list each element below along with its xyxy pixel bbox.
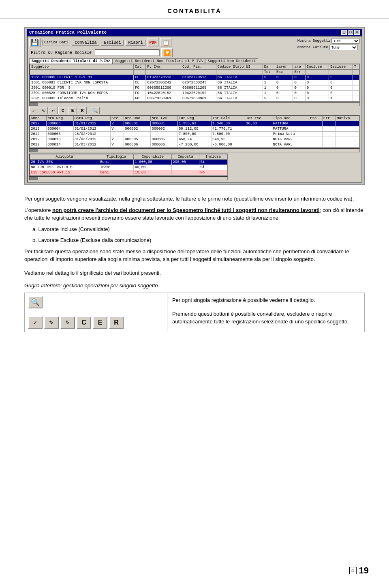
- table-row[interactable]: 2012 000006 28/02/2012 7.800,00 7.800,00…: [30, 132, 359, 137]
- riapri-button[interactable]: Riapri: [125, 40, 145, 46]
- soggetti-grid-container: Soggetto Cat P. Iva Cod. Fis. Codice Sta…: [29, 64, 360, 102]
- iva-grid-container: Aliquota Tipologia Imponibile Imposta In…: [29, 154, 228, 176]
- window-titlebar: Creazione Pratica Polivalente _ □ ✕: [27, 29, 362, 36]
- table-row[interactable]: 2012 000004 31/01/2012 V 000002 000002 5…: [30, 126, 359, 132]
- scroll-thumb-3: [30, 177, 38, 180]
- e-icon-box: E: [93, 316, 107, 329]
- mostra-soggetti-select[interactable]: Tutti: [331, 38, 360, 44]
- page-number: 19: [359, 565, 369, 576]
- col-lavor: lavor: [275, 64, 293, 70]
- tabs-row: Soggetti Residenti Titolari di P.IVA Sog…: [29, 58, 360, 64]
- iva-table: Aliquota Tipologia Imponibile Imposta In…: [30, 154, 227, 175]
- detail-icon-row: 🔍: [28, 296, 164, 308]
- magnifier-icon: 🔍: [31, 298, 40, 307]
- edit-button[interactable]: ✎: [39, 107, 48, 114]
- col-codice-stato: Codice Stato UI: [216, 64, 263, 70]
- right-text-1: Per ogni singola registrazione è possibi…: [172, 296, 359, 304]
- table-row[interactable]: 2012 000003 31/01/2012 V 000001 000001 1…: [30, 121, 359, 126]
- body-text-section: Per ogni soggetto vengono visualizzate, …: [24, 195, 365, 263]
- convalida-button[interactable]: Convalida: [72, 40, 99, 46]
- carica-dati-label: Carica Dati: [42, 40, 70, 45]
- minimize-button[interactable]: _: [341, 30, 347, 35]
- mostra-panel: Mostra Soggetti Tutti Mostra Fatture Tut…: [297, 38, 360, 50]
- col-escluse: Escluse: [329, 64, 353, 70]
- mostra-fatture-select[interactable]: Tutte: [329, 45, 358, 50]
- detail-icon[interactable]: 🔍: [91, 107, 100, 114]
- table-row[interactable]: 1081.000083 CLIENTE IVA NON ESPOSTA CL 0…: [30, 80, 359, 86]
- e-button[interactable]: E: [68, 107, 77, 114]
- table-row[interactable]: 20 IVA 20% Beni 1.000,00 200,00 Si: [30, 160, 227, 165]
- filter-icon[interactable]: 🔽: [161, 48, 173, 57]
- soggetti-table: Soggetto Cat P. Iva Cod. Fis. Codice Sta…: [30, 64, 359, 101]
- check-button[interactable]: ✓: [29, 107, 38, 114]
- iva-scrollbar[interactable]: [29, 176, 228, 180]
- close-button[interactable]: ✕: [354, 30, 360, 35]
- left-column: 🔍 ✓ ✎ ✎ C E R: [25, 293, 167, 332]
- scroll-thumb: [30, 103, 38, 106]
- edit1-icon-box: ✎: [44, 316, 59, 329]
- para3: Vediamo nel dettaglio il significato dei…: [24, 269, 365, 277]
- window-body: 💾 Carica Dati Convalida Escludi Riapri P…: [27, 36, 362, 183]
- filter-input[interactable]: [95, 49, 160, 56]
- soggetti-scrollbar[interactable]: [29, 102, 360, 106]
- table-row[interactable]: 2012 000013 31/03/2012 V 000005 000005 6…: [30, 137, 359, 142]
- item-b: b. Lavorate Escluse (Escluse dalla comun…: [32, 236, 365, 244]
- c-button[interactable]: C: [58, 107, 67, 114]
- screenshot-window: Creazione Pratica Polivalente _ □ ✕ 💾 Ca…: [24, 27, 365, 185]
- tab-soggetti-non-residenti[interactable]: Soggetti Non Residenti: [205, 58, 258, 64]
- escludi-button[interactable]: Escludi: [101, 40, 124, 46]
- window-title: Creazione Pratica Polivalente: [29, 30, 107, 35]
- tab-soggetti-residenti-non-titolari[interactable]: Soggetti Residenti Non Titolari di P.IVA: [113, 58, 205, 64]
- c-icon-box: C: [77, 316, 91, 329]
- col-incluse: Incluse: [305, 64, 329, 70]
- r-button[interactable]: R: [78, 107, 87, 114]
- table-row[interactable]: N8 NON IMP. ART.8 B IBeni 40,00 Si: [30, 165, 227, 170]
- intro-paragraph: Per ogni soggetto vengono visualizzate, …: [24, 195, 365, 203]
- table-row[interactable]: 2091.000002 Telecom Italia FO 0067185096…: [30, 96, 359, 101]
- page-header: CONTABILITÀ: [0, 0, 389, 19]
- invoice-toolbar: ✓ ✎ ↩ C E R 🔍: [29, 106, 360, 115]
- invoice-table: Anno Nro Reg Data Reg. Sez Nro Doc Nro I…: [30, 115, 359, 148]
- col-soggetto: Soggetto: [30, 64, 134, 70]
- action-buttons-row: ✓ ✎ ✎ C E R: [28, 316, 164, 329]
- table-row[interactable]: 2012 000014 31/03/2012 V 000006 000006 -…: [30, 142, 359, 148]
- para2: Per facilitare questa operazione sono st…: [24, 248, 365, 263]
- col-t: T: [353, 64, 359, 70]
- r-icon-box: R: [109, 316, 124, 329]
- griglia-title: Griglia Inferiore: gestione operazioni p…: [24, 282, 365, 289]
- two-col-section: 🔍 ✓ ✎ ✎ C E R Per ogni singola registraz…: [24, 293, 365, 332]
- page-number-icon: □: [349, 567, 357, 574]
- scroll-thumb-2: [30, 149, 38, 152]
- col-piva: P. Iva: [146, 64, 181, 70]
- table-row[interactable]: E15 ESCLUSO ART.15 Beni 10,63 No: [30, 170, 227, 175]
- page-number-area: □ 19: [349, 565, 369, 576]
- col-are: are: [293, 64, 305, 70]
- filter-label: Filtro su Ragione Sociale: [29, 50, 93, 56]
- table-row[interactable]: 1081.000009 CLIENTE 1 SRL 11 CL 01923770…: [30, 75, 359, 80]
- main-paragraph: L'operatore non potrà creare l'archivio …: [24, 206, 365, 222]
- invoice-grid-container: Anno Nro Reg Data Reg. Sez Nro Doc Nro I…: [29, 115, 360, 148]
- maximize-button[interactable]: □: [348, 30, 353, 35]
- item-a: a. Lavorate Incluse (Convalidate): [32, 225, 365, 233]
- export-button[interactable]: 📋: [160, 38, 171, 47]
- griglia-section: Griglia Inferiore: gestione operazioni p…: [24, 282, 365, 332]
- col-cat: Cat: [134, 64, 146, 70]
- right-text-2: Premendo questi bottoni è possibile conv…: [172, 310, 359, 326]
- pdf-button[interactable]: PDF: [147, 38, 158, 47]
- undo-button[interactable]: ↩: [49, 107, 58, 114]
- right-column: Per ogni singola registrazione è possibi…: [167, 293, 364, 332]
- top-toolbar: 💾 Carica Dati Convalida Escludi Riapri P…: [29, 38, 360, 47]
- window-controls: _ □ ✕: [341, 30, 360, 35]
- table-row[interactable]: 2091.000019 FOR. 5 FO 00605911200 006059…: [30, 86, 359, 91]
- tab-soggetti-residenti-titolari[interactable]: Soggetti Residenti Titolari di P.IVA: [29, 58, 113, 64]
- mostra-soggetti-label: Mostra Soggetti: [297, 39, 330, 43]
- col-da: Da: [263, 64, 275, 70]
- col-codfis: Cod. Fis.: [181, 64, 216, 70]
- magnifier-icon-box: 🔍: [28, 296, 43, 308]
- para3-section: Vediamo nel dettaglio il significato dei…: [24, 269, 365, 277]
- edit2-icon-box: ✎: [60, 316, 75, 329]
- carica-dati-button[interactable]: 💾: [29, 38, 41, 47]
- table-row[interactable]: 2091.000528 FORNITORE IVA NON ESPOS FO 1…: [30, 91, 359, 96]
- invoice-scrollbar[interactable]: [29, 148, 360, 152]
- check-icon-box: ✓: [28, 316, 43, 329]
